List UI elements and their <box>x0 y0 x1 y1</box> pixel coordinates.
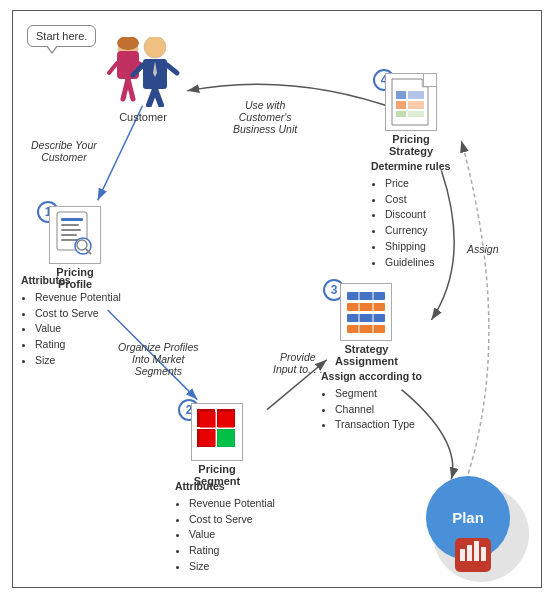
svg-rect-20 <box>61 234 77 236</box>
svg-rect-42 <box>408 91 424 99</box>
svg-line-13 <box>155 89 161 105</box>
pricing-strategy-box: PricingStrategy <box>385 73 437 157</box>
svg-rect-46 <box>408 111 424 117</box>
speech-bubble-text: Start here. <box>36 30 87 42</box>
svg-rect-34 <box>347 303 385 311</box>
svg-rect-29 <box>200 412 216 428</box>
customer-label: Customer <box>103 111 183 123</box>
svg-rect-43 <box>396 101 406 109</box>
svg-rect-35 <box>347 314 385 322</box>
pricing-segment-icon <box>191 403 243 461</box>
customer-figure: Customer <box>103 37 183 123</box>
describe-customer-label: Describe YourCustomer <box>31 139 97 163</box>
strategy-assignment-icon <box>340 283 392 341</box>
pricing-segment-box: PricingSegment <box>191 403 243 487</box>
pricing-strategy-label: PricingStrategy <box>389 133 433 157</box>
strategy-assignment-label: StrategyAssignment <box>335 343 398 367</box>
plan-group: Plan <box>413 466 533 588</box>
strategy-assignment-box: StrategyAssignment <box>335 283 398 367</box>
svg-rect-41 <box>396 91 406 99</box>
speech-bubble: Start here. <box>27 25 96 47</box>
svg-line-15 <box>167 65 177 73</box>
svg-rect-18 <box>61 224 79 226</box>
svg-line-7 <box>109 63 117 73</box>
svg-marker-40 <box>422 79 428 87</box>
pricing-strategy-icon <box>385 73 437 131</box>
svg-rect-17 <box>61 218 83 221</box>
pricing-profile-icon <box>49 206 101 264</box>
assign-label: Assign <box>467 243 499 255</box>
svg-rect-30 <box>218 412 234 428</box>
svg-rect-53 <box>474 541 479 561</box>
svg-rect-32 <box>218 430 234 446</box>
svg-rect-31 <box>200 430 216 446</box>
svg-point-9 <box>144 37 166 58</box>
pricing-profile-attributes: Attributes Revenue Potential Cost to Ser… <box>21 273 121 369</box>
svg-rect-36 <box>347 325 385 333</box>
strategy-assignment-list: Assign according to Segment Channel Tran… <box>321 369 422 433</box>
svg-rect-45 <box>396 111 406 117</box>
pricing-strategy-rules: Determine rules Price Cost Discount Curr… <box>371 159 450 270</box>
svg-rect-33 <box>347 292 385 300</box>
organize-profiles-label: Organize ProfilesInto MarketSegments <box>118 341 199 377</box>
svg-line-6 <box>128 79 133 99</box>
svg-rect-52 <box>467 545 472 561</box>
svg-rect-19 <box>61 229 81 231</box>
use-with-customer-label: Use withCustomer'sBusiness Unit <box>233 99 297 135</box>
svg-text:Plan: Plan <box>452 509 484 526</box>
provide-input-label: ProvideInput to. . . <box>273 351 323 375</box>
svg-rect-44 <box>408 101 424 109</box>
svg-rect-54 <box>481 547 486 561</box>
pricing-segment-attributes: Attributes Revenue Potential Cost to Ser… <box>175 479 275 575</box>
svg-rect-51 <box>460 549 465 561</box>
